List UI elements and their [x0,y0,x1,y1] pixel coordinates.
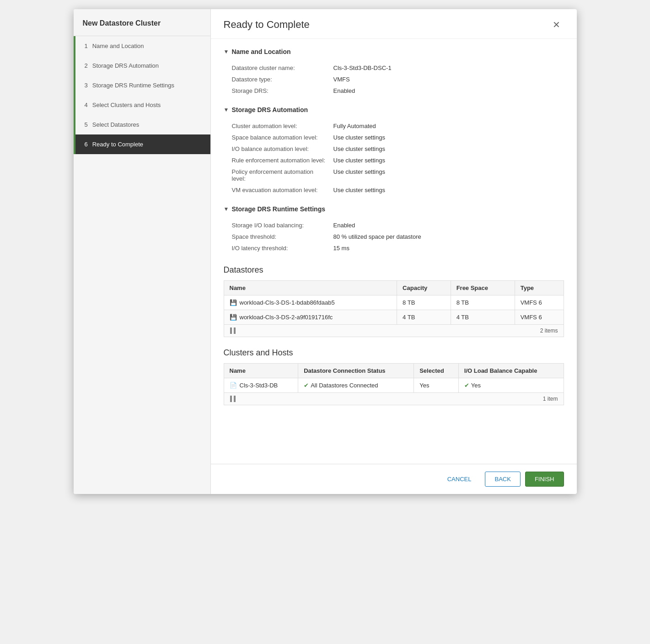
field-value: Use cluster settings [333,155,570,166]
datastore-capacity: 8 TB [397,295,451,310]
storage-drs-runtime-table: Storage I/O load balancing:EnabledSpace … [231,219,571,254]
field-label: VM evacuation automation level: [232,185,333,195]
collapse-icon-automation[interactable]: ▼ [224,107,229,113]
step-number: 5 [85,121,88,128]
sidebar-item-storage-drs-automation[interactable]: 2Storage DRS Automation [74,56,210,75]
table-row: Datastore type:VMFS [232,74,570,85]
field-label: Storage I/O load balancing: [232,220,333,231]
field-label: Space balance automation level: [232,132,333,143]
collapse-icon[interactable]: ▼ [224,48,229,55]
field-label: Policy enforcement automation level: [232,166,333,184]
new-datastore-cluster-modal: New Datastore Cluster 1Name and Location… [74,9,577,494]
section-storage-drs-automation: ▼ Storage DRS Automation Cluster automat… [224,106,564,196]
sidebar-item-select-clusters-and-hosts[interactable]: 4Select Clusters and Hosts [74,95,210,115]
modal-title: New Datastore Cluster [74,9,210,36]
datastore-capacity: 4 TB [397,310,451,325]
sidebar-item-storage-drs-runtime-settings[interactable]: 3Storage DRS Runtime Settings [74,75,210,95]
datastores-item-count: 2 items [540,327,558,334]
step-number: 3 [85,82,88,89]
field-value: Enabled [333,86,570,96]
back-button[interactable]: BACK [485,472,520,487]
wizard-sidebar: New Datastore Cluster 1Name and Location… [74,9,211,494]
sidebar-item-ready-to-complete[interactable]: 6Ready to Complete [74,134,210,154]
field-value: VMFS [333,74,570,85]
table-row: Storage I/O load balancing:Enabled [232,220,570,231]
section-storage-drs-runtime: ▼ Storage DRS Runtime Settings Storage I… [224,205,564,254]
table-row: 💾workload-Cls-3-DS-2-a9f0191716fc 4 TB 4… [224,310,564,325]
field-label: I/O latency threshold: [232,243,333,253]
field-value: 15 ms [333,243,570,253]
sidebar-item-select-datastores[interactable]: 5Select Datastores [74,115,210,134]
datastore-name: 💾workload-Cls-3-DS-1-bdab86fdaab5 [224,295,397,310]
field-value: Fully Automated [333,121,570,131]
section-storage-drs-automation-header: ▼ Storage DRS Automation [224,106,564,113]
step-number: 4 [85,102,88,108]
main-body: ▼ Name and Location Datastore cluster na… [211,39,577,464]
datastore-type: VMFS 6 [515,310,564,325]
io-ok-icon: ✔ [464,382,469,389]
main-header: Ready to Complete ✕ [211,9,577,39]
name-location-table: Datastore cluster name:Cls-3-Std3-DB-DSC… [231,62,571,97]
step-number: 1 [85,43,88,49]
section-storage-drs-runtime-header: ▼ Storage DRS Runtime Settings [224,205,564,213]
datastore-type: VMFS 6 [515,295,564,310]
datastores-section-title: Datastores [224,265,564,275]
clusters-columns-icon [230,396,236,402]
table-header-row: NameDatastore Connection StatusSelectedI… [224,364,564,378]
column-header: Datastore Connection Status [298,364,414,378]
collapse-icon-runtime[interactable]: ▼ [224,206,229,212]
cluster-icon: 📄 [230,382,237,389]
datastores-table-footer: 2 items [224,325,564,337]
field-label: I/O balance automation level: [232,144,333,154]
table-row: 📄Cls-3-Std3-DB ✔All Datastores Connected… [224,378,564,393]
field-value: 80 % utilized space per datastore [333,231,570,242]
cluster-selected: Yes [414,378,459,393]
field-label: Rule enforcement automation level: [232,155,333,166]
table-row: Space balance automation level:Use clust… [232,132,570,143]
column-header: Name [224,281,397,295]
field-label: Space threshold: [232,231,333,242]
section-storage-drs-runtime-title: Storage DRS Runtime Settings [231,205,325,213]
cluster-connection-status: ✔All Datastores Connected [298,378,414,393]
clusters-hosts-table-container: NameDatastore Connection StatusSelectedI… [224,363,564,405]
step-number: 2 [85,62,88,69]
field-label: Cluster automation level: [232,121,333,131]
clusters-hosts-item-count: 1 item [543,396,558,402]
table-header-row: NameCapacityFree SpaceType [224,281,564,295]
table-row: 💾workload-Cls-3-DS-1-bdab86fdaab5 8 TB 8… [224,295,564,310]
table-row: I/O balance automation level:Use cluster… [232,144,570,154]
sidebar-item-name-and-location[interactable]: 1Name and Location [74,36,210,56]
cluster-io-capable: ✔Yes [458,378,564,393]
step-label: Ready to Complete [92,141,143,148]
field-value: Enabled [333,220,570,231]
columns-icon [230,327,236,334]
datastore-free-space: 4 TB [451,310,515,325]
table-row: Policy enforcement automation level:Use … [232,166,570,184]
column-header: Free Space [451,281,515,295]
finish-button[interactable]: FINISH [525,472,564,487]
close-button[interactable]: ✕ [549,18,564,31]
step-label: Storage DRS Runtime Settings [92,82,174,89]
section-storage-drs-automation-title: Storage DRS Automation [231,106,308,113]
field-label: Datastore type: [232,74,333,85]
table-row: VM evacuation automation level:Use clust… [232,185,570,195]
sidebar-nav: 1Name and Location2Storage DRS Automatio… [74,36,210,154]
datastores-table-container: NameCapacityFree SpaceType 💾workload-Cls… [224,280,564,337]
step-number: 6 [85,141,88,148]
table-row: Rule enforcement automation level:Use cl… [232,155,570,166]
field-label: Storage DRS: [232,86,333,96]
column-header: Selected [414,364,459,378]
storage-drs-automation-table: Cluster automation level:Fully Automated… [231,120,571,196]
field-value: Use cluster settings [333,132,570,143]
clusters-hosts-table-footer: 1 item [224,393,564,405]
section-name-location: ▼ Name and Location Datastore cluster na… [224,48,564,97]
table-row: Space threshold:80 % utilized space per … [232,231,570,242]
cancel-button[interactable]: CANCEL [438,472,481,486]
table-row: I/O latency threshold:15 ms [232,243,570,253]
step-label: Select Datastores [92,121,140,128]
table-row: Cluster automation level:Fully Automated [232,121,570,131]
datastore-icon: 💾 [230,314,237,321]
clusters-hosts-table: NameDatastore Connection StatusSelectedI… [224,363,564,393]
column-header: I/O Load Balance Capable [458,364,564,378]
page-title: Ready to Complete [224,19,310,31]
